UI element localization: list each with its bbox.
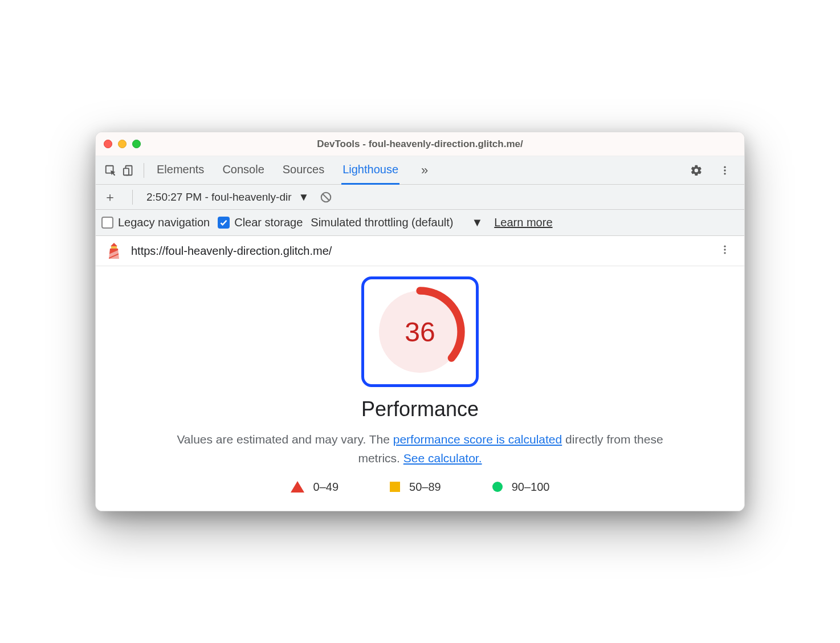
see-calculator-link[interactable]: See calculator. <box>403 451 482 465</box>
report-selector[interactable]: 2:50:27 PM - foul-heavenly-dir ▼ <box>146 191 309 204</box>
legend-avg-range: 50–89 <box>409 481 441 494</box>
triangle-fail-icon <box>291 481 304 493</box>
minimize-window-button[interactable] <box>118 140 127 148</box>
svg-point-5 <box>724 173 725 174</box>
legacy-checkbox[interactable] <box>101 217 113 229</box>
square-average-icon <box>390 482 400 492</box>
report-menu-icon[interactable] <box>715 244 735 258</box>
score-legend: 0–49 50–89 90–100 <box>107 481 733 494</box>
lighthouse-toolbar: ＋ 2:50:27 PM - foul-heavenly-dir ▼ <box>96 185 744 210</box>
close-window-button[interactable] <box>104 140 112 148</box>
titlebar: DevTools - foul-heavenly-direction.glitc… <box>96 132 744 156</box>
report-url: https://foul-heavenly-direction.glitch.m… <box>131 245 715 258</box>
svg-line-7 <box>323 194 329 200</box>
new-report-button[interactable]: ＋ <box>101 189 119 206</box>
divider <box>132 190 133 205</box>
svg-point-4 <box>724 169 725 171</box>
lighthouse-options: Legacy navigation Clear storage Simulate… <box>96 210 744 236</box>
devtools-tabs-row: Elements Console Sources Lighthouse » <box>96 156 744 185</box>
report-label: 2:50:27 PM - foul-heavenly-dir <box>146 191 292 204</box>
inspect-element-icon[interactable] <box>101 161 120 180</box>
dropdown-caret-icon: ▼ <box>471 216 483 229</box>
dropdown-caret-icon: ▼ <box>299 191 309 204</box>
tab-lighthouse[interactable]: Lighthouse <box>341 156 399 185</box>
tab-console[interactable]: Console <box>221 156 265 185</box>
svg-point-13 <box>724 246 725 247</box>
legacy-navigation-option[interactable]: Legacy navigation <box>101 216 210 229</box>
score-calc-link[interactable]: performance score is calculated <box>393 433 562 446</box>
throttle-label: Simulated throttling (default) <box>311 216 453 229</box>
score-helptext: Values are estimated and may vary. The p… <box>175 430 665 467</box>
tabs-actions <box>687 161 739 180</box>
window-title: DevTools - foul-heavenly-direction.glitc… <box>96 139 744 150</box>
legend-fail: 0–49 <box>291 481 339 494</box>
lighthouse-logo-icon <box>105 242 123 260</box>
throttling-selector[interactable]: Simulated throttling (default) ▼ <box>311 216 483 229</box>
report-main: 36 Performance Values are estimated and … <box>96 266 744 510</box>
svg-rect-2 <box>124 168 129 175</box>
legend-fail-range: 0–49 <box>313 481 339 494</box>
divider <box>144 163 144 178</box>
devtools-window: DevTools - foul-heavenly-direction.glitc… <box>95 132 745 511</box>
performance-score: 36 <box>374 286 466 377</box>
clear-report-icon[interactable] <box>317 188 335 206</box>
clear-storage-label: Clear storage <box>234 216 303 229</box>
more-tabs-icon[interactable]: » <box>415 161 434 180</box>
svg-marker-8 <box>111 243 117 246</box>
category-title: Performance <box>107 397 733 421</box>
zoom-window-button[interactable] <box>132 140 141 148</box>
settings-gear-icon[interactable] <box>687 161 706 180</box>
devtools-tabs: Elements Console Sources Lighthouse » <box>156 156 687 185</box>
legend-pass-range: 90–100 <box>512 481 550 494</box>
traffic-lights <box>104 140 141 148</box>
score-highlight-frame: 36 <box>361 276 479 387</box>
legend-pass: 90–100 <box>492 481 550 494</box>
report-header: https://foul-heavenly-direction.glitch.m… <box>96 236 744 266</box>
legend-average: 50–89 <box>390 481 441 494</box>
clear-storage-option[interactable]: Clear storage <box>218 216 303 229</box>
svg-point-3 <box>724 166 725 168</box>
tab-sources[interactable]: Sources <box>282 156 325 185</box>
performance-gauge[interactable]: 36 <box>374 286 466 377</box>
learn-more-link[interactable]: Learn more <box>494 216 552 229</box>
clear-storage-checkbox[interactable] <box>218 217 230 229</box>
svg-point-15 <box>724 253 725 254</box>
legacy-label: Legacy navigation <box>118 216 210 229</box>
svg-point-14 <box>724 249 725 251</box>
tab-elements[interactable]: Elements <box>156 156 205 185</box>
help-prefix: Values are estimated and may vary. The <box>177 433 393 446</box>
device-toolbar-icon[interactable] <box>120 161 138 180</box>
kebab-menu-icon[interactable] <box>716 161 734 180</box>
circle-pass-icon <box>492 482 503 492</box>
svg-rect-9 <box>111 246 117 249</box>
